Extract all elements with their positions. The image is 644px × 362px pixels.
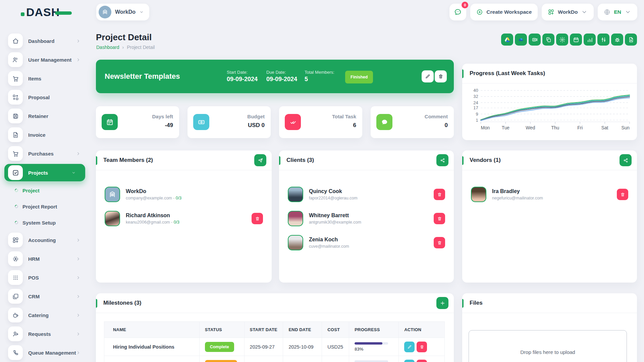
person-name: Zenia Koch xyxy=(309,237,349,243)
sidebar-item-requests[interactable]: Requests xyxy=(0,324,90,343)
sidebar-item-items[interactable]: Items xyxy=(0,69,90,88)
edit-project-button[interactable] xyxy=(422,70,434,82)
edit-milestone-button[interactable] xyxy=(404,342,415,352)
milestone-row: Communication Updates Incomplete 2025-10… xyxy=(104,356,445,362)
team-members-header: Team Members (2) xyxy=(96,150,272,170)
progress-card-title: Progress (Last Week Tasks) xyxy=(470,70,545,77)
sidebar-item-hrm[interactable]: HRM xyxy=(0,249,90,268)
trash-icon xyxy=(437,240,442,245)
sidebar-item-label: Queue Management xyxy=(28,350,76,356)
create-workspace-button[interactable]: Create Workspace xyxy=(470,4,538,20)
edit-milestone-button[interactable] xyxy=(404,360,415,362)
sidebar-item-invoice[interactable]: Invoice xyxy=(0,125,90,144)
workspace-switcher[interactable]: WorkDo xyxy=(96,4,149,20)
bullet-icon xyxy=(14,188,19,193)
dropzone-label: Drop files here to upload xyxy=(520,349,575,362)
stat-label: Total Task xyxy=(332,114,356,119)
svg-text:32: 32 xyxy=(473,94,478,99)
add-milestone-button[interactable] xyxy=(436,297,448,309)
logo-dot-icon xyxy=(21,12,24,16)
bar-chart-button[interactable] xyxy=(584,34,596,46)
remove-person-button[interactable] xyxy=(434,237,445,248)
sidebar-item-label: Proposal xyxy=(28,95,50,100)
sidebar-subitem-project-report[interactable]: Project Report xyxy=(0,198,90,215)
sidebar-subitem-project[interactable]: Project xyxy=(0,182,90,198)
gear-icon xyxy=(559,37,566,43)
onedrive-icon xyxy=(518,37,524,43)
workspace-dropdown[interactable]: WorkDo xyxy=(542,4,594,20)
stat-value: 6 xyxy=(353,122,356,129)
breadcrumb-separator: › xyxy=(122,45,124,50)
workspace-avatar xyxy=(99,6,111,18)
chevron-down-icon xyxy=(581,9,588,15)
plus-icon xyxy=(440,300,445,306)
delete-project-button[interactable] xyxy=(435,70,447,82)
remove-person-button[interactable] xyxy=(617,189,628,200)
sidebar-item-catering[interactable]: Catering xyxy=(0,306,90,324)
chevron-right-icon xyxy=(76,58,80,62)
file-text-icon xyxy=(12,131,19,138)
chevron-right-icon xyxy=(76,39,80,43)
file-report-button[interactable] xyxy=(625,34,637,46)
video-plus-icon xyxy=(532,37,538,43)
remove-person-button[interactable] xyxy=(434,213,445,224)
sidebar-item-projects[interactable]: Projects xyxy=(4,164,85,181)
sidebar-item-label: Projects xyxy=(28,170,48,176)
vendors-card: Vendors (1) Ira Bradley negefuricu@maili… xyxy=(462,150,637,283)
svg-text:17: 17 xyxy=(473,105,478,110)
topbar-actions: 0 Create Workspace WorkDo EN xyxy=(449,4,637,20)
video-plus-button[interactable] xyxy=(529,34,541,46)
phone-icon xyxy=(12,349,19,356)
google-drive-button[interactable] xyxy=(501,34,513,46)
sidebar-item-proposal[interactable]: Proposal xyxy=(0,88,90,107)
coffee-icon xyxy=(12,312,19,319)
user-plus-icon xyxy=(12,330,19,338)
milestone-start-date: 2025-09-27 xyxy=(244,338,283,356)
page-title: Project Detail xyxy=(96,32,152,43)
sidebar-item-queue-management[interactable]: Queue Management xyxy=(0,343,90,362)
stat-label: Budget xyxy=(247,114,265,119)
gear-button[interactable] xyxy=(556,34,568,46)
sidebar-item-label: Requests xyxy=(28,331,51,337)
sidebar-item-dashboard[interactable]: Dashboard xyxy=(0,32,90,50)
delete-milestone-button[interactable] xyxy=(417,360,427,362)
delete-milestone-button[interactable] xyxy=(417,342,427,352)
svg-text:9: 9 xyxy=(476,112,478,117)
milestone-status-badge: Complete xyxy=(205,342,234,352)
remove-person-button[interactable] xyxy=(434,189,445,200)
calendar-button[interactable] xyxy=(570,34,582,46)
sidebar-item-purchases[interactable]: Purchases xyxy=(0,144,90,163)
svg-text:Wed: Wed xyxy=(526,125,535,130)
avatar xyxy=(288,235,303,250)
chevron-right-icon xyxy=(76,313,80,317)
person-name: WorkDo xyxy=(126,188,181,194)
sidebar-item-crm[interactable]: CRM xyxy=(0,287,90,306)
messages-count-badge: 0 xyxy=(462,2,468,8)
grid-plus-icon xyxy=(12,237,19,244)
sidebar-item-accounting[interactable]: Accounting xyxy=(0,231,90,249)
sliders-button[interactable] xyxy=(597,34,609,46)
sidebar-item-label: Items xyxy=(28,76,41,81)
member-quota: 0/3 xyxy=(174,220,179,225)
person-name: Ira Bradley xyxy=(492,188,543,194)
stat-card-comment: Comment 0 xyxy=(371,106,454,138)
sidebar-item-retainer[interactable]: Retainer xyxy=(0,107,90,125)
breadcrumb-dashboard-link[interactable]: Dashboard xyxy=(96,45,119,50)
language-selector[interactable]: EN xyxy=(598,4,637,20)
share-vendors-button[interactable] xyxy=(620,154,632,166)
chevron-right-icon xyxy=(76,257,80,261)
onedrive-button[interactable] xyxy=(515,34,527,46)
milestones-table: NAMESTATUSSTART DATEEND DATECOSTPROGRESS… xyxy=(104,321,445,362)
file-dropzone[interactable]: Drop files here to upload xyxy=(469,330,627,362)
sidebar-subitem-system-setup[interactable]: System Setup xyxy=(0,215,90,231)
workspace-name: WorkDo xyxy=(115,9,136,15)
remove-person-button[interactable] xyxy=(252,213,263,224)
messages-button[interactable]: 0 xyxy=(449,4,466,20)
bug-button[interactable] xyxy=(611,34,623,46)
sidebar-item-user-management[interactable]: User Management xyxy=(0,50,90,69)
copy-button[interactable] xyxy=(542,34,554,46)
project-banner: Newsletter Templates Start Date: 09-09-2… xyxy=(96,60,454,93)
sidebar-item-pos[interactable]: POS xyxy=(0,268,90,287)
share-clients-button[interactable] xyxy=(436,154,448,166)
invite-member-button[interactable] xyxy=(254,154,266,166)
